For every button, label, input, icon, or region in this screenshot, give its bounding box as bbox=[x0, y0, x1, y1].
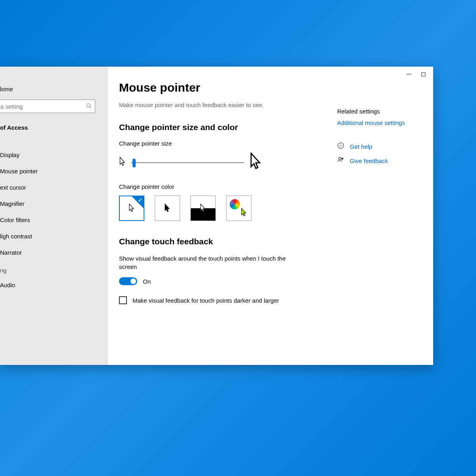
sidebar-item-magnifier[interactable]: Magnifier bbox=[0, 196, 107, 212]
related-header: Related settings bbox=[337, 108, 424, 115]
pointer-size-slider[interactable] bbox=[131, 162, 244, 163]
toggle-knob bbox=[131, 278, 136, 284]
home-link[interactable]: lome bbox=[0, 83, 107, 100]
settings-window: lome of Access Display Mouse pointer ext… bbox=[0, 67, 433, 365]
page-title: Mouse pointer bbox=[119, 81, 314, 94]
pointer-color-white[interactable]: ✓ bbox=[119, 196, 144, 221]
check-icon: ✓ bbox=[138, 197, 142, 203]
svg-line-3 bbox=[90, 107, 91, 108]
svg-rect-1 bbox=[421, 72, 425, 76]
give-feedback-label: Give feedback bbox=[350, 157, 388, 164]
content-area: Mouse pointer Make mouse pointer and tou… bbox=[108, 67, 433, 365]
get-help-link[interactable]: ? Get help bbox=[337, 142, 424, 151]
sidebar-item-audio[interactable]: Audio bbox=[0, 277, 107, 293]
size-label: Change pointer size bbox=[119, 140, 314, 147]
pointer-color-options: ✓ bbox=[119, 196, 314, 221]
help-icon: ? bbox=[337, 142, 344, 151]
pointer-small-icon bbox=[119, 157, 126, 169]
page-subtitle: Make mouse pointer and touch feedback ea… bbox=[119, 102, 314, 108]
titlebar bbox=[399, 67, 433, 82]
color-label: Change pointer color bbox=[119, 183, 314, 190]
get-help-label: Get help bbox=[350, 143, 372, 150]
svg-text:?: ? bbox=[340, 144, 342, 148]
svg-point-2 bbox=[86, 104, 90, 107]
main-panel: Mouse pointer Make mouse pointer and tou… bbox=[108, 67, 330, 365]
slider-thumb[interactable] bbox=[132, 159, 136, 167]
sidebar: lome of Access Display Mouse pointer ext… bbox=[0, 67, 108, 365]
toggle-state-label: On bbox=[143, 278, 151, 285]
sidebar-group-hearing: ng bbox=[0, 261, 107, 277]
search-icon bbox=[86, 103, 92, 110]
search-input[interactable] bbox=[0, 100, 95, 113]
pointer-color-custom[interactable] bbox=[226, 196, 251, 221]
additional-mouse-settings-link[interactable]: Additional mouse settings bbox=[337, 119, 424, 126]
minimize-button[interactable] bbox=[405, 71, 413, 78]
section-size-color: Change pointer size and color bbox=[119, 123, 314, 132]
touch-toggle-row: On bbox=[119, 277, 314, 285]
sidebar-item-text-cursor[interactable]: ext cursor bbox=[0, 179, 107, 196]
side-panel: Related settings Additional mouse settin… bbox=[330, 67, 433, 365]
darker-larger-checkbox[interactable] bbox=[119, 296, 127, 304]
feedback-icon bbox=[337, 156, 344, 165]
give-feedback-link[interactable]: Give feedback bbox=[337, 156, 424, 165]
pointer-color-black[interactable] bbox=[155, 196, 180, 221]
sidebar-item-mouse-pointer[interactable]: Mouse pointer bbox=[0, 163, 107, 179]
sidebar-item-color-filters[interactable]: Color filters bbox=[0, 212, 107, 228]
pointer-large-icon bbox=[249, 152, 263, 173]
pointer-size-slider-row bbox=[119, 152, 314, 173]
colorwheel-icon bbox=[230, 199, 240, 209]
pointer-color-inverted[interactable] bbox=[190, 196, 216, 221]
sidebar-item-display[interactable]: Display bbox=[0, 147, 107, 163]
svg-point-6 bbox=[339, 157, 341, 159]
sidebar-item-high-contrast[interactable]: ligh contrast bbox=[0, 228, 107, 244]
darker-larger-row: Make visual feedback for touch points da… bbox=[119, 296, 314, 304]
section-touch: Change touch feedback bbox=[119, 237, 314, 246]
touch-description: Show visual feedback around the touch po… bbox=[119, 254, 294, 271]
checkbox-label: Make visual feedback for touch points da… bbox=[132, 297, 279, 304]
maximize-button[interactable] bbox=[420, 71, 427, 78]
search-field[interactable] bbox=[0, 103, 86, 110]
sidebar-item-narrator[interactable]: Narrator bbox=[0, 244, 107, 261]
touch-feedback-toggle[interactable] bbox=[119, 277, 137, 285]
sidebar-section-header: of Access bbox=[0, 121, 107, 137]
